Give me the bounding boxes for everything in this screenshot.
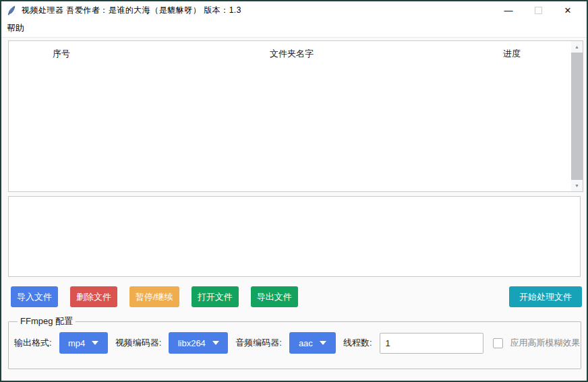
delete-files-button[interactable]: 删除文件 <box>70 286 117 307</box>
table-scrollbar[interactable]: ▲ ▼ <box>571 41 583 191</box>
threads-input[interactable] <box>380 333 483 354</box>
scroll-up-icon[interactable]: ▲ <box>571 41 583 53</box>
output-format-select[interactable]: mp4 <box>59 332 108 354</box>
menu-bar: 帮助 <box>1 20 587 38</box>
window-controls: — ✕ <box>494 1 583 20</box>
scrollbar-thumb[interactable] <box>571 53 583 180</box>
open-files-button[interactable]: 打开文件 <box>192 286 239 307</box>
menu-item-help[interactable]: 帮助 <box>1 20 30 37</box>
column-header-folder[interactable]: 文件夹名字 <box>270 48 314 60</box>
maximize-button[interactable] <box>523 1 553 20</box>
output-format-value: mp4 <box>68 338 85 348</box>
ffmpeg-config-group: FFmpeg 配置 输出格式: mp4 视频编码器: libx264 音频编码器… <box>8 315 581 369</box>
output-format-label: 输出格式: <box>14 337 52 349</box>
minimize-icon: — <box>504 5 513 15</box>
gaussian-blur-checkbox[interactable] <box>493 338 503 348</box>
close-icon: ✕ <box>564 5 572 15</box>
video-encoder-select[interactable]: libx264 <box>169 332 228 354</box>
app-window: 视频处理器 吾爱作者：是谁的大海（是貔貅呀） 版本：1.3 — ✕ 帮助 序号 … <box>0 0 588 382</box>
title-bar: 视频处理器 吾爱作者：是谁的大海（是貔貅呀） 版本：1.3 — ✕ <box>1 1 587 20</box>
scroll-down-icon[interactable]: ▼ <box>571 180 583 191</box>
pause-resume-button[interactable]: 暂停/继续 <box>129 286 179 307</box>
file-list-table[interactable]: 序号 文件夹名字 进度 ▲ ▼ <box>8 40 583 192</box>
start-processing-button[interactable]: 开始处理文件 <box>509 286 582 307</box>
column-header-index[interactable]: 序号 <box>53 48 70 60</box>
video-encoder-value: libx264 <box>178 338 206 348</box>
audio-encoder-select[interactable]: aac <box>289 332 336 354</box>
video-encoder-label: 视频编码器: <box>115 337 162 349</box>
chevron-down-icon <box>320 341 326 345</box>
gaussian-blur-label: 应用高斯模糊效果 <box>510 337 581 349</box>
chevron-down-icon <box>92 341 98 345</box>
import-files-button[interactable]: 导入文件 <box>11 286 58 307</box>
feather-app-icon <box>6 5 17 16</box>
audio-encoder-value: aac <box>299 338 313 348</box>
close-button[interactable]: ✕ <box>553 1 583 20</box>
column-header-progress[interactable]: 进度 <box>503 48 521 60</box>
chevron-down-icon <box>212 341 219 345</box>
window-title: 视频处理器 吾爱作者：是谁的大海（是貔貅呀） 版本：1.3 <box>22 5 241 16</box>
maximize-icon <box>535 7 542 14</box>
log-output-area[interactable] <box>8 196 581 277</box>
ffmpeg-config-row: 输出格式: mp4 视频编码器: libx264 音频编码器: aac 线程数:… <box>14 332 581 354</box>
minimize-button[interactable]: — <box>494 1 523 20</box>
ffmpeg-config-legend: FFmpeg 配置 <box>18 315 76 327</box>
toolbar: 导入文件 删除文件 暂停/继续 打开文件 导出文件 <box>11 286 298 307</box>
audio-encoder-label: 音频编码器: <box>235 337 282 349</box>
export-files-button[interactable]: 导出文件 <box>251 286 298 307</box>
threads-label: 线程数: <box>343 337 372 349</box>
